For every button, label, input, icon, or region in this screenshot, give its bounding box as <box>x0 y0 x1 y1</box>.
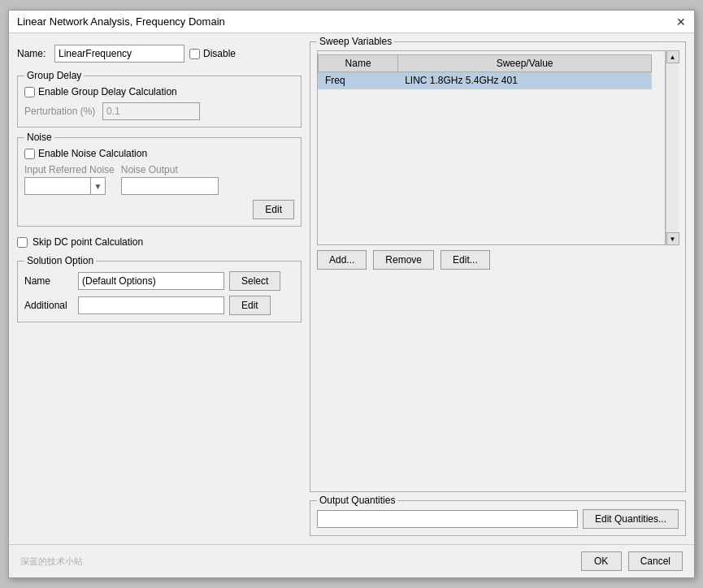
sweep-col-name: Name <box>319 55 398 72</box>
sweep-edit-button[interactable]: Edit... <box>440 250 490 270</box>
sweep-table-container: Name Sweep/Value Freq LINC 1.8GHz 5.4GHz… <box>317 50 666 245</box>
group-delay-box: Group Delay Enable Group Delay Calculati… <box>17 76 302 128</box>
name-label: Name: <box>17 48 50 59</box>
sweep-buttons: Add... Remove Edit... <box>317 250 679 270</box>
title-bar: Linear Network Analysis, Frequency Domai… <box>9 11 694 33</box>
noise-box: Noise Enable Noise Calculation Input Ref… <box>17 137 302 227</box>
sweep-col-value: Sweep/Value <box>398 55 652 72</box>
disable-checkbox[interactable] <box>189 49 200 59</box>
skip-dc-checkbox[interactable] <box>17 237 28 248</box>
solution-option-title: Solution Option <box>24 255 96 266</box>
edit-quantities-button[interactable]: Edit Quantities... <box>583 509 679 529</box>
noise-edit-row: Edit <box>24 200 294 219</box>
solution-name-input[interactable] <box>78 272 224 290</box>
ok-button[interactable]: OK <box>581 551 622 571</box>
sweep-variables-box: Sweep Variables Name Sweep/Value <box>310 41 686 492</box>
scroll-up-button[interactable]: ▲ <box>666 50 679 63</box>
solution-name-row: Name Select <box>24 271 294 291</box>
output-quantities-box: Output Quantities Edit Quantities... <box>310 500 686 536</box>
solution-select-button[interactable]: Select <box>229 271 280 291</box>
enable-noise-checkbox[interactable] <box>24 149 35 159</box>
sweep-table: Name Sweep/Value Freq LINC 1.8GHz 5.4GHz… <box>318 54 652 89</box>
enable-group-delay-wrapper: Enable Group Delay Calculation <box>24 86 294 97</box>
solution-option-box: Solution Option Name Select Additional E… <box>17 261 302 322</box>
watermark: 深蓝的技术小站 <box>20 556 83 568</box>
output-quantities-row: Edit Quantities... <box>317 509 679 529</box>
dialog: Linear Network Analysis, Frequency Domai… <box>8 10 695 578</box>
main-content: Name: Disable Group Delay Enable Group D… <box>9 33 694 544</box>
perturbation-label: Perturbation (%) <box>24 106 98 117</box>
skip-dc-label: Skip DC point Calculation <box>33 236 143 248</box>
group-delay-title: Group Delay <box>24 70 84 81</box>
perturbation-row: Perturbation (%) <box>24 102 294 120</box>
noise-fields: Input Referred Noise ▼ Noise Output <box>24 164 294 195</box>
solution-additional-row: Additional Edit <box>24 296 294 315</box>
close-button[interactable]: ✕ <box>676 16 686 28</box>
enable-noise-wrapper: Enable Noise Calculation <box>24 148 294 159</box>
input-noise-label: Input Referred Noise <box>24 164 115 175</box>
sweep-row-value: LINC 1.8GHz 5.4GHz 401 <box>398 72 652 89</box>
skip-dc-row: Skip DC point Calculation <box>17 233 302 251</box>
enable-group-delay-checkbox[interactable] <box>24 87 35 97</box>
output-quantities-input[interactable] <box>317 510 578 528</box>
dialog-title: Linear Network Analysis, Frequency Domai… <box>17 15 225 28</box>
perturbation-input <box>102 102 200 120</box>
noise-output-label: Noise Output <box>121 164 219 175</box>
sweep-remove-button[interactable]: Remove <box>373 250 434 270</box>
sweep-row-name: Freq <box>319 72 398 89</box>
noise-output-input[interactable] <box>121 177 219 195</box>
sweep-variables-title: Sweep Variables <box>317 36 394 47</box>
disable-label: Disable <box>203 48 236 59</box>
left-panel: Name: Disable Group Delay Enable Group D… <box>17 41 302 536</box>
right-panel: Sweep Variables Name Sweep/Value <box>310 41 686 536</box>
solution-additional-input[interactable] <box>78 296 224 314</box>
disable-wrapper: Disable <box>189 48 236 59</box>
footer: 深蓝的技术小站 OK Cancel <box>9 544 694 577</box>
enable-noise-label: Enable Noise Calculation <box>38 148 147 159</box>
output-quantities-title: Output Quantities <box>317 495 397 506</box>
noise-output-col: Noise Output <box>121 164 219 195</box>
cancel-button[interactable]: Cancel <box>628 551 683 571</box>
sweep-add-button[interactable]: Add... <box>317 250 367 270</box>
noise-title: Noise <box>24 132 54 143</box>
noise-edit-button[interactable]: Edit <box>253 200 294 219</box>
sweep-scrollbar: ▲ ▼ <box>666 50 679 245</box>
enable-group-delay-label: Enable Group Delay Calculation <box>38 86 177 97</box>
input-noise-col: Input Referred Noise ▼ <box>24 164 115 195</box>
solution-name-label: Name <box>24 275 73 287</box>
table-row[interactable]: Freq LINC 1.8GHz 5.4GHz 401 <box>319 72 652 89</box>
solution-edit-button[interactable]: Edit <box>229 296 271 315</box>
solution-additional-label: Additional <box>24 300 73 311</box>
name-input[interactable] <box>54 45 184 63</box>
scroll-down-button[interactable]: ▼ <box>666 232 679 245</box>
noise-dropdown-arrow[interactable]: ▼ <box>90 178 105 194</box>
name-row: Name: Disable <box>17 41 302 66</box>
input-noise-dropdown[interactable]: ▼ <box>24 177 106 195</box>
